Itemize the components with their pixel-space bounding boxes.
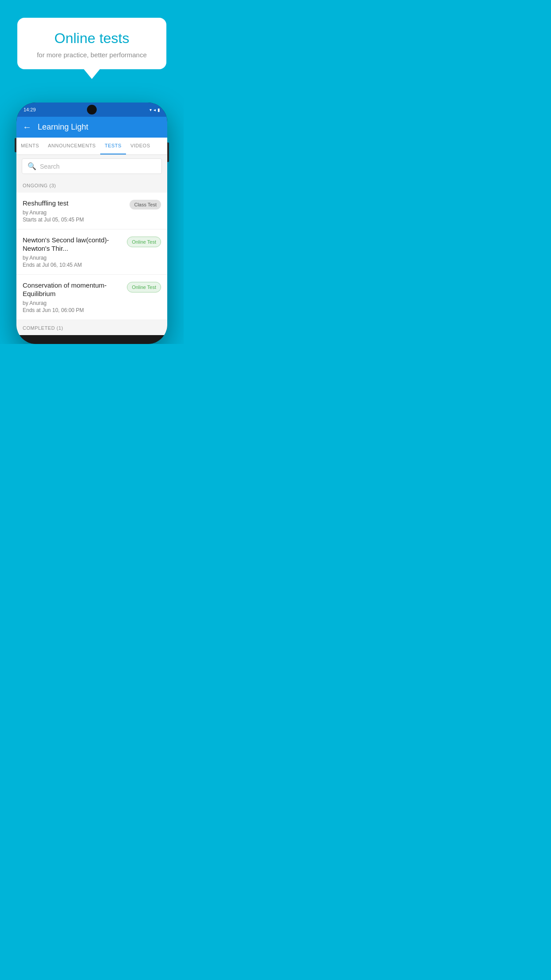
test-author: by Anurag — [23, 255, 122, 261]
signal-icon: ◂ — [153, 107, 156, 112]
test-info: Newton's Second law(contd)-Newton's Thir… — [23, 236, 122, 268]
app-title: Learning Light — [38, 122, 88, 132]
test-item[interactable]: Conservation of momentum-Equilibrium by … — [16, 275, 167, 320]
promo-title: Online tests — [31, 30, 153, 47]
phone-frame: 14:29 ▾ ◂ ▮ ← Learning Light MENTS ANNOU… — [16, 103, 167, 344]
promo-subtitle: for more practice, better performance — [31, 51, 153, 59]
test-author: by Anurag — [23, 300, 122, 306]
test-date: Starts at Jul 05, 05:45 PM — [23, 217, 125, 223]
test-badge: Online Test — [127, 282, 161, 292]
promo-section: Online tests for more practice, better p… — [0, 0, 184, 78]
search-icon: 🔍 — [28, 162, 36, 170]
status-icons: ▾ ◂ ▮ — [150, 107, 160, 112]
phone-screen: MENTS ANNOUNCEMENTS TESTS VIDEOS 🔍 Searc… — [16, 138, 167, 335]
completed-label: COMPLETED (1) — [23, 325, 63, 331]
status-time: 14:29 — [24, 107, 36, 112]
completed-section-header: COMPLETED (1) — [16, 320, 167, 335]
test-date: Ends at Jul 06, 10:45 AM — [23, 262, 122, 268]
tab-tests[interactable]: TESTS — [100, 138, 126, 154]
camera-notch — [87, 105, 97, 115]
tab-announcements[interactable]: ANNOUNCEMENTS — [43, 138, 100, 154]
test-author: by Anurag — [23, 209, 125, 216]
app-header: ← Learning Light — [16, 117, 167, 138]
test-name: Reshuffling test — [23, 199, 125, 208]
test-item[interactable]: Reshuffling test by Anurag Starts at Jul… — [16, 193, 167, 229]
wifi-icon: ▾ — [150, 107, 152, 112]
phone-mockup: 14:29 ▾ ◂ ▮ ← Learning Light MENTS ANNOU… — [16, 103, 167, 344]
search-input-wrapper[interactable]: 🔍 Search — [22, 158, 162, 174]
test-list: Reshuffling test by Anurag Starts at Jul… — [16, 193, 167, 320]
phone-bottom — [16, 335, 167, 344]
test-info: Conservation of momentum-Equilibrium by … — [23, 281, 122, 313]
status-bar: 14:29 ▾ ◂ ▮ — [16, 103, 167, 117]
test-info: Reshuffling test by Anurag Starts at Jul… — [23, 199, 125, 223]
test-badge: Class Test — [130, 200, 161, 209]
search-placeholder: Search — [40, 163, 59, 170]
ongoing-label: ONGOING (3) — [23, 183, 56, 188]
tab-videos[interactable]: VIDEOS — [126, 138, 155, 154]
power-button — [167, 142, 169, 162]
test-name: Conservation of momentum-Equilibrium — [23, 281, 122, 298]
test-badge: Online Test — [127, 237, 161, 247]
tab-assignments[interactable]: MENTS — [16, 138, 43, 154]
speech-bubble: Online tests for more practice, better p… — [17, 18, 167, 69]
search-bar-container: 🔍 Search — [16, 155, 167, 178]
test-name: Newton's Second law(contd)-Newton's Thir… — [23, 236, 122, 253]
tab-bar: MENTS ANNOUNCEMENTS TESTS VIDEOS — [16, 138, 167, 155]
back-button[interactable]: ← — [23, 122, 31, 132]
test-date: Ends at Jun 10, 06:00 PM — [23, 307, 122, 313]
ongoing-section-header: ONGOING (3) — [16, 178, 167, 193]
battery-icon: ▮ — [157, 107, 160, 112]
test-item[interactable]: Newton's Second law(contd)-Newton's Thir… — [16, 229, 167, 275]
